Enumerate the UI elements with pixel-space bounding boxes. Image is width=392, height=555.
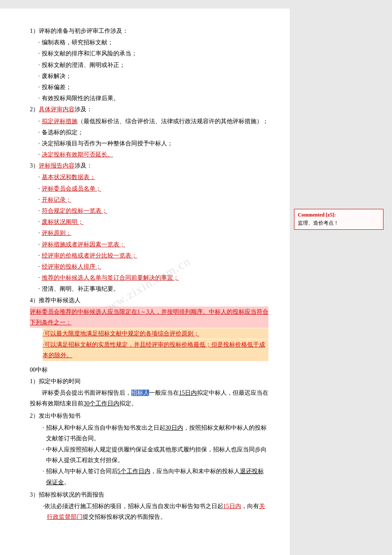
s3-b9: 经评审的投标人排序；: [42, 263, 101, 270]
s2-b1-underline: 拟定评标措施: [42, 118, 78, 124]
s2-bullet-3: 决定招标项目与否作为一种整体合同授予中标人；: [38, 138, 268, 149]
s3-bullet-3: 开标记录；: [38, 194, 268, 205]
s1-bullet-3: 投标文献的澄清、阐明或补正；: [38, 60, 268, 70]
s3-bullet-6: 评标原则；: [38, 228, 268, 238]
s3-underline: 评标报告内容: [39, 162, 75, 169]
s3-b10: 推荐的中标候选人名单与签订合同前要解决的事宜；: [42, 275, 179, 281]
s3-bullet-10: 推荐的中标候选人名单与签订合同前要解决的事宜；: [38, 272, 268, 283]
s1-bullet-1: 编制表格，研究招标文献；: [38, 37, 268, 48]
s3-b8: 经评审的价格或者评分比较一览表；: [42, 252, 137, 259]
section-3-title: 3）评标报告内容涉及：: [30, 160, 268, 171]
s3-bullet-4: 符合规定的投标一览表；: [38, 205, 268, 216]
s2-bullet-4: 决定投标有效期可否延长。: [38, 149, 268, 160]
s3-b7: 评标措施或者评标因素一览表；: [42, 241, 125, 248]
s6-bullet-3: 招标人与中标人签订合同后5个工作日内，应当向中标人和未中标的投标人退还投标保证金…: [43, 466, 268, 487]
s3-bullet-5: 废标状况阐明；: [38, 217, 268, 227]
s3-bullet-2: 评标委员会成员名单；: [38, 183, 268, 194]
s5-underline2: 30个工作日内: [84, 400, 119, 407]
s4-red-part: 中标人的投标应当符合下列条件之一：: [30, 309, 268, 326]
s3-b5: 废标状况阐明；: [42, 219, 84, 225]
doc-content: 1）评标的准备与初步评审工作涉及： 编制表格，研究招标文献； 投标文献的排序和汇…: [30, 26, 268, 522]
section-1-title: 1）评标的准备与初步评审工作涉及：: [30, 26, 268, 36]
s1-bullet-4: 废标解决；: [38, 71, 268, 81]
comment-area: Commented [z5]: 监理、造价考点！: [290, 9, 392, 555]
s2-underline: 具体评审内容: [39, 106, 75, 113]
s3-bullet-8: 经评审的价格或者评分比较一览表；: [38, 250, 268, 261]
document-area: www.zixin.com.cn 1）评标的准备与初步评审工作涉及： 编制表格，…: [0, 9, 290, 555]
s4-sub-2: ·可以满足招标文献的实质性规定，并且经评审的投标价格最低；但是投标价格低于成本的…: [43, 339, 268, 361]
s5-blue-highlight: 招标人: [131, 390, 149, 396]
s3-bullet-9: 经评审的投标人排序；: [38, 261, 268, 272]
section-7-title: 3）招标投标状况的书面报告: [30, 489, 268, 500]
s00-title: 00中标: [30, 364, 268, 375]
comment-text: 监理、造价考点！: [298, 220, 380, 227]
s3-b2: 评标委员会成员名单；: [42, 185, 101, 192]
page-wrapper: www.zixin.com.cn 1）评标的准备与初步评审工作涉及： 编制表格，…: [0, 9, 392, 555]
s1-bullet-2: 投标文献的排序和汇率风险的承当；: [38, 48, 268, 59]
s5-text: 评标委员会提出书面评标报告后，招标人一般应当在15日内拟定中标人，但最迟应当在投…: [30, 387, 268, 409]
s2-bullet-2: 备选标的拟定；: [38, 127, 268, 138]
section-2-title: 2）具体评审内容涉及：: [30, 104, 268, 115]
s4-sub-orange: ·可以最大限度地满足招标文献中规定的各项综合评价原则；: [43, 328, 268, 339]
s2-b4-underline: 决定投标有效期可否延长。: [42, 151, 113, 158]
s5-underline1: 15日内: [179, 390, 197, 396]
s3-b1: 基本状况和数据表；: [42, 174, 95, 180]
comment-header: Commented [z5]:: [298, 212, 380, 218]
s6-bullet-2: 中标人应按照招标人规定提供履约保证金或其他形式履约担保，招标人也应当同步向中标人…: [43, 444, 268, 465]
s3-bullet-7: 评标措施或者评标因素一览表；: [38, 239, 268, 250]
s3-bullet-1: 基本状况和数据表；: [38, 172, 268, 182]
s1-bullet-6: 有效投标局限性的法律后果。: [38, 93, 268, 104]
comment-box: Commented [z5]: 监理、造价考点！: [294, 209, 383, 230]
s7-underline1: 15日内: [223, 503, 241, 509]
s4-sub-2-red: 但是投标价格低于成本的除外。: [43, 341, 265, 358]
s7-bullet: ·依法必须进行施工招标的项目，招标人应当自发出中标告知书之日起15日内，向有关行…: [43, 501, 268, 522]
s4-pink-text: 评标委员会推荐的中标候选人应当限定在1～3人，并按明排列顺序。中标人的投标应当符…: [30, 306, 268, 328]
section-4-title: 4）推荐中标候选人: [30, 295, 268, 306]
section-5-title: 1）拟定中标的时间: [30, 376, 268, 387]
s3-bullet-11: 澄清、阐明、补正事项纪要。: [38, 283, 268, 294]
s2-bullet-1: 拟定评标措施（最低投标价法、综合评价法、法律或行政法规容许的其他评标措施）；: [38, 116, 268, 127]
s6-bullet-1: 招标人和中标人应当自中标告知书发出之日起30日内，按照招标文献和中标人的投标文献…: [43, 422, 268, 444]
s3-b6: 评标原则；: [42, 230, 72, 236]
section-6-title: 2）发出中标告知书: [30, 410, 268, 421]
s1-bullet-5: 投标偏差；: [38, 82, 268, 92]
s3-b4: 符合规定的投标一览表；: [42, 208, 107, 214]
s3-b3: 开标记录；: [42, 197, 72, 203]
